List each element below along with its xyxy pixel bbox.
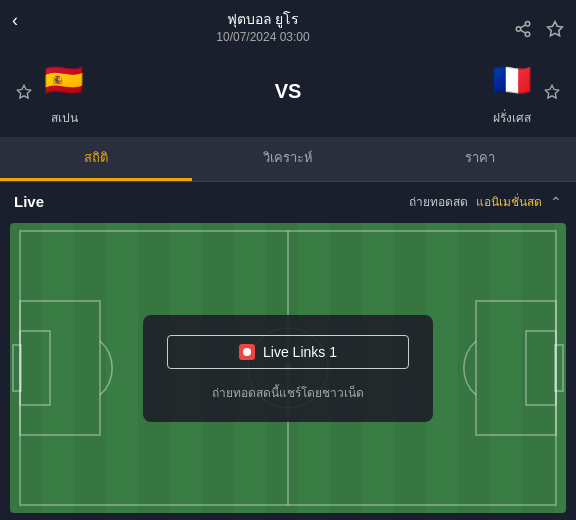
vs-label: VS — [275, 80, 302, 103]
home-team-flag: 🇪🇸 — [40, 56, 88, 104]
live-label: Live — [14, 193, 44, 210]
svg-line-3 — [520, 30, 525, 33]
option-broadcast[interactable]: ถ่ายทอดสด — [409, 192, 468, 211]
live-links-label: Live Links 1 — [263, 344, 337, 360]
svg-point-1 — [516, 27, 521, 32]
favorite-button[interactable] — [546, 20, 564, 38]
tab-statistics[interactable]: สถิติ — [0, 137, 192, 181]
svg-marker-5 — [548, 22, 563, 36]
away-team: 🇫🇷 ฝรั่งเศส — [488, 56, 536, 127]
svg-point-18 — [243, 348, 251, 356]
svg-marker-7 — [545, 85, 558, 98]
live-dot-icon — [239, 344, 255, 360]
home-team-favorite[interactable] — [16, 84, 32, 100]
home-team-name: สเปน — [51, 108, 78, 127]
chevron-up-icon[interactable]: ⌃ — [550, 194, 562, 210]
home-team: 🇪🇸 สเปน — [40, 56, 88, 127]
away-team-flag: 🇫🇷 — [488, 56, 536, 104]
svg-point-0 — [525, 22, 530, 27]
match-date: 10/07/2024 03:00 — [12, 30, 514, 44]
svg-rect-15 — [476, 301, 556, 435]
tab-analysis[interactable]: วิเคราะห์ — [192, 137, 384, 181]
competition-title: ฟุตบอล ยูโร — [12, 8, 514, 30]
away-team-favorite[interactable] — [544, 84, 560, 100]
svg-line-4 — [520, 25, 525, 28]
svg-rect-16 — [526, 331, 556, 405]
svg-rect-13 — [20, 331, 50, 405]
overlay-card: Live Links 1 ถ่ายทอดสดนี้แชร์โดยชาวเน็ด — [143, 315, 433, 422]
option-animation[interactable]: แอนิเมชั่นสด — [476, 192, 542, 211]
back-button[interactable]: ‹ — [12, 10, 18, 31]
tab-price[interactable]: ราคา — [384, 137, 576, 181]
live-header: Live ถ่ายทอดสด แอนิเมชั่นสด ⌃ — [0, 182, 576, 217]
live-options: ถ่ายทอดสด แอนิเมชั่นสด ⌃ — [409, 192, 562, 211]
svg-marker-6 — [17, 85, 30, 98]
teams-section: 🇪🇸 สเปน VS 🇫🇷 ฝรั่งเศส — [0, 52, 576, 137]
live-links-button[interactable]: Live Links 1 — [167, 335, 409, 369]
away-team-name: ฝรั่งเศส — [493, 108, 531, 127]
svg-rect-12 — [20, 301, 100, 435]
svg-point-2 — [525, 32, 530, 37]
share-text: ถ่ายทอดสดนี้แชร์โดยชาวเน็ด — [212, 383, 364, 402]
football-pitch: Live Links 1 ถ่ายทอดสดนี้แชร์โดยชาวเน็ด — [10, 223, 566, 513]
tab-bar: สถิติ วิเคราะห์ ราคา — [0, 137, 576, 182]
share-button[interactable] — [514, 20, 532, 38]
